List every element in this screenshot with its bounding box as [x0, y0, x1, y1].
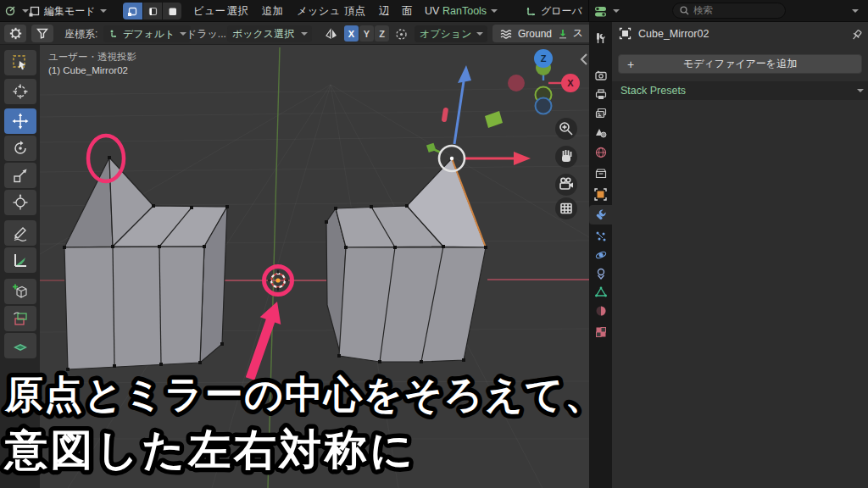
annotate-tool[interactable] — [4, 220, 36, 246]
download-arrow-icon — [558, 29, 568, 39]
filter-button[interactable] — [31, 25, 53, 42]
chevron-down-icon — [612, 8, 619, 14]
transform-tool[interactable] — [4, 190, 36, 215]
menu-select[interactable]: 選択 — [224, 0, 252, 22]
chevron-down-icon — [179, 30, 186, 37]
filter-icon — [36, 28, 48, 39]
menu-add[interactable]: 追加 — [259, 0, 287, 22]
zoom-button[interactable] — [555, 118, 577, 140]
toolbar-left — [0, 45, 40, 488]
transform-icon — [12, 194, 29, 211]
drag-label: ドラッ... — [186, 25, 226, 42]
menu-uv[interactable]: UV — [421, 0, 442, 22]
properties-editor-type-select[interactable] — [594, 3, 619, 19]
tab-particles[interactable] — [589, 226, 612, 246]
options-dropdown[interactable]: オプション — [415, 25, 487, 42]
edge-select-icon — [147, 6, 159, 17]
face-select-button[interactable] — [163, 3, 181, 19]
asset-label: ス — [573, 26, 583, 41]
drag-mode-dropdown[interactable]: ボックス選択 — [227, 25, 312, 42]
pin-icon[interactable] — [850, 29, 863, 42]
object-data-icon — [619, 27, 632, 40]
chevron-down-icon — [300, 30, 307, 37]
nav-axis-minus-z[interactable] — [536, 98, 552, 114]
menu-vertex[interactable]: 頂点 — [341, 0, 369, 22]
add-modifier-label: モディファイアーを追加 — [683, 57, 797, 71]
tab-view-layer[interactable] — [589, 103, 612, 123]
properties-editor-icon — [594, 5, 609, 18]
nav-axis-x-label: X — [567, 78, 574, 88]
extrude-tool[interactable] — [4, 306, 36, 331]
stack-presets-label: Stack Presets — [620, 85, 686, 97]
ortho-toggle-button[interactable] — [555, 197, 577, 219]
tab-collection[interactable] — [589, 164, 612, 183]
coord-system-dropdown[interactable]: デフォルト — [103, 25, 191, 42]
tab-scene[interactable] — [589, 123, 612, 142]
drag-mode-value: ボックス選択 — [232, 27, 294, 42]
tool-settings-button[interactable] — [4, 25, 26, 42]
object-icon — [594, 188, 607, 201]
search-input[interactable]: 検索 — [672, 3, 786, 19]
chevron-down-icon — [99, 8, 106, 14]
default-orientation-icon — [108, 29, 119, 39]
add-modifier-button[interactable]: + モディファイアーを追加 — [618, 54, 862, 74]
coord-system-label: 座標系: — [64, 25, 97, 42]
rantools-dropdown[interactable]: RanTools — [442, 3, 497, 19]
editor-type-select[interactable] — [4, 3, 28, 19]
menu-mesh[interactable]: メッシュ — [293, 0, 343, 22]
asset-button[interactable]: ス — [552, 25, 589, 42]
add-cube-icon — [12, 283, 29, 300]
add-cube-tool[interactable] — [4, 279, 36, 304]
orientation-icon — [526, 5, 537, 17]
scale-tool[interactable] — [4, 163, 36, 188]
tab-modifiers[interactable] — [589, 205, 612, 225]
cursor-tool[interactable] — [4, 79, 36, 104]
menu-face[interactable]: 面 — [398, 0, 416, 22]
tab-texture[interactable] — [589, 322, 612, 341]
nav-axis-minus-x[interactable] — [508, 75, 525, 92]
viewport-3d[interactable]: Z X — [40, 44, 589, 488]
tool-settings-bar: 座標系: デフォルト ドラッ... ボックス選択 X Y Z — [0, 22, 589, 45]
gear-icon — [9, 27, 22, 40]
properties-panel: Cube_Mirror02 + モディファイアーを追加 Stack Preset… — [612, 22, 868, 488]
proportional-edit-icon[interactable] — [395, 25, 408, 42]
tab-constraints[interactable] — [589, 263, 612, 283]
inset-tool[interactable] — [4, 333, 36, 358]
camera-view-button[interactable] — [555, 174, 577, 196]
breadcrumb-object-name: Cube_Mirror02 — [638, 28, 709, 40]
tab-object[interactable] — [589, 185, 612, 204]
mirror-icon — [325, 25, 338, 42]
header-options-chevron[interactable] — [851, 8, 858, 14]
wrench-icon — [594, 208, 607, 221]
mirror-axis-x-button[interactable]: X — [344, 25, 359, 42]
scale-icon — [12, 167, 29, 184]
mode-dropdown[interactable]: 編集モード — [29, 3, 106, 19]
tab-render[interactable] — [589, 65, 612, 85]
mirror-axis-z-button[interactable]: Z — [375, 25, 389, 42]
tab-output[interactable] — [589, 85, 612, 104]
select-box-tool[interactable] — [4, 50, 36, 75]
tab-tool[interactable] — [589, 28, 612, 47]
mirror-axis-y-button[interactable]: Y — [359, 25, 374, 42]
tab-material[interactable] — [589, 301, 612, 320]
mode-dropdown-label: 編集モード — [44, 4, 96, 19]
rotate-tool[interactable] — [4, 136, 36, 161]
move-icon — [12, 113, 29, 130]
move-tool[interactable] — [4, 108, 36, 134]
tab-object-data[interactable] — [589, 282, 612, 302]
world-icon — [595, 147, 607, 158]
collection-icon — [595, 169, 607, 179]
menu-edge[interactable]: 辺 — [376, 0, 393, 22]
ground-button[interactable]: Ground — [492, 25, 559, 42]
stack-presets-panel-header[interactable]: Stack Presets — [612, 81, 868, 100]
vertex-select-button[interactable] — [123, 3, 142, 19]
edge-select-button[interactable] — [143, 3, 162, 19]
search-icon — [680, 6, 689, 15]
tab-world[interactable] — [589, 142, 612, 162]
tool-icon — [595, 32, 607, 44]
measure-tool[interactable] — [4, 247, 36, 273]
breadcrumb[interactable]: Cube_Mirror02 — [619, 27, 709, 40]
orientation-dropdown[interactable]: グローバ — [526, 3, 582, 19]
tab-physics[interactable] — [589, 245, 612, 264]
scene-icon — [595, 127, 607, 138]
